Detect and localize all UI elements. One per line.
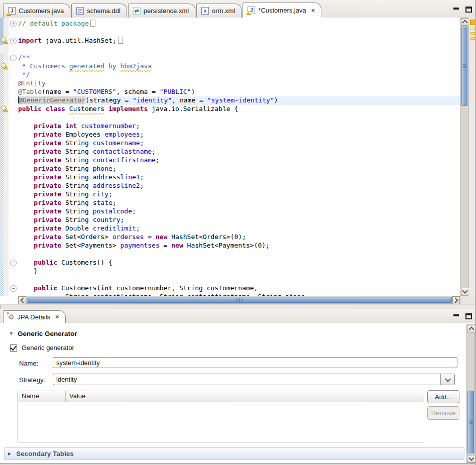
scroll-thumb[interactable] — [467, 391, 474, 453]
close-icon[interactable]: × — [55, 314, 59, 319]
fold-collapse-icon[interactable]: − — [10, 260, 17, 266]
scroll-right-button[interactable] — [452, 296, 460, 304]
jpa-details-view: ▼ Generic Generator Generic generator Na… — [0, 323, 476, 463]
persistence-file-icon: ⇄ — [133, 7, 141, 15]
annotation-ruler[interactable] — [0, 18, 9, 296]
maximize-icon — [465, 313, 472, 319]
scroll-up-button[interactable] — [467, 325, 475, 332]
combo-dropdown-button[interactable] — [440, 374, 454, 385]
code-line: private String postalcode; — [18, 207, 460, 216]
scroll-up-button[interactable] — [461, 18, 469, 26]
code-line: private String phone; — [18, 165, 460, 173]
minimize-button[interactable] — [452, 6, 460, 13]
fold-collapse-icon[interactable]: − — [10, 55, 17, 61]
fold-collapse-icon[interactable]: − — [10, 285, 17, 292]
scroll-thumb[interactable] — [27, 297, 452, 303]
editor-tab-strip: JCustomers.javaschema.ddl⇄persistence.xm… — [3, 3, 322, 18]
code-line: } — [18, 267, 460, 276]
code-line: private Employees employees; — [18, 131, 460, 139]
chevron-down-icon — [462, 288, 467, 293]
tab-label: persistence.xml — [144, 7, 189, 15]
secondary-tables-label: Secondary Tables — [16, 450, 74, 457]
editor-tab-schema-ddl[interactable]: schema.ddl — [71, 4, 127, 18]
generic-generator-checkbox[interactable] — [10, 344, 17, 352]
fold-expand-icon[interactable]: + — [10, 38, 17, 44]
editor-tab-orm-xml[interactable]: Xorm.xml — [196, 4, 242, 18]
code-line: private int customernumber; — [18, 122, 460, 131]
code-line — [18, 113, 460, 122]
code-line: private Set<Orders> orderses = new HashS… — [18, 233, 460, 242]
code-line: public Customers() { — [18, 259, 460, 267]
code-line: private String contactlastname; — [18, 148, 460, 156]
scroll-down-button[interactable] — [467, 455, 475, 462]
editor-vertical-scrollbar[interactable] — [460, 18, 468, 296]
collapsed-region-box — [118, 37, 123, 44]
code-line — [18, 28, 460, 37]
name-label: Name: — [19, 360, 38, 367]
scroll-thumb[interactable] — [461, 27, 467, 106]
collapse-triangle-icon[interactable]: ▼ — [9, 331, 14, 336]
scroll-left-button[interactable] — [19, 296, 26, 304]
java-editor: ++−−− // default packageimport java.util… — [0, 18, 476, 305]
chevron-down-icon — [445, 376, 450, 382]
warning-marker[interactable] — [470, 32, 475, 35]
code-area[interactable]: // default packageimport java.util.HashS… — [18, 18, 460, 296]
editor-bottom-strip — [0, 304, 476, 305]
minimize-button[interactable] — [452, 313, 460, 319]
code-line: private Double creditlimit; — [18, 224, 460, 233]
warning-marker[interactable] — [470, 28, 475, 30]
fold-expand-icon[interactable]: + — [10, 21, 17, 27]
range-indicator — [0, 54, 4, 296]
warning-bulb-icon[interactable] — [1, 63, 8, 70]
name-input[interactable] — [53, 357, 457, 368]
code-line: private String city; — [18, 190, 460, 199]
code-line: // default package — [18, 20, 460, 28]
secondary-tables-section[interactable]: ▶ Secondary Tables — [4, 447, 464, 460]
code-line: public class Customers implements java.i… — [18, 105, 460, 113]
editor-tab-customers-java[interactable]: JCustomers.java — [3, 4, 70, 18]
column-header-value[interactable]: Value — [66, 391, 89, 402]
jpa-details-tab-bar: ⚙ JPA Details × — [0, 309, 476, 323]
column-header-name[interactable]: Name — [18, 391, 66, 402]
strategy-label: Strategy: — [19, 376, 45, 384]
check-icon — [10, 344, 17, 351]
warning-marker[interactable] — [470, 37, 475, 40]
tab-jpa-details[interactable]: ⚙ JPA Details × — [3, 310, 66, 323]
add-button[interactable]: Add... — [427, 390, 459, 403]
scroll-down-button[interactable] — [461, 288, 469, 295]
code-line: public Customers(int customernumber, Str… — [18, 284, 460, 293]
java-file-warning-icon: J — [248, 7, 255, 14]
code-line: private String state; — [18, 199, 460, 207]
tab-label: Customers.java — [19, 7, 64, 15]
jpa-vertical-scrollbar[interactable] — [466, 324, 475, 463]
xml-file-icon: X — [201, 7, 209, 15]
section-title: Generic Generator — [18, 330, 77, 337]
editor-tab-persistence-xml[interactable]: ⇄persistence.xml — [128, 4, 195, 18]
minimize-icon — [453, 314, 459, 316]
checkbox-label: Generic generator — [22, 344, 74, 352]
warning-bulb-icon[interactable] — [1, 37, 8, 44]
maximize-button[interactable] — [465, 6, 472, 13]
collapsed-region-box — [90, 20, 95, 27]
jpa-details-icon: ⚙ — [8, 313, 15, 320]
warning-bulb-icon[interactable] — [1, 105, 8, 112]
editor-horizontal-scrollbar[interactable] — [18, 296, 460, 304]
maximize-icon — [465, 7, 472, 13]
close-icon[interactable]: × — [311, 8, 315, 13]
chevron-up-icon — [468, 326, 474, 332]
scrollbar-corner — [460, 296, 476, 304]
remove-button[interactable]: Remove — [427, 406, 459, 420]
chevron-up-icon — [462, 20, 467, 25]
maximize-button[interactable] — [465, 313, 472, 319]
tab-label: orm.xml — [212, 7, 235, 15]
generator-properties-table[interactable]: Name Value — [18, 391, 424, 442]
code-line: */ — [18, 71, 460, 79]
window-bottom-edge — [0, 463, 476, 465]
editor-tab-customers-java[interactable]: J*Customers.java× — [243, 3, 321, 18]
code-line: @Table(name = "CUSTOMERS", schema = "PUB… — [18, 88, 460, 96]
code-line: @Entity — [18, 79, 460, 88]
strategy-combo[interactable]: identity — [53, 374, 455, 385]
java-file-warning-icon: J — [8, 7, 16, 15]
folding-ruler[interactable]: ++−−− — [9, 18, 18, 296]
expand-triangle-icon: ▶ — [8, 452, 11, 456]
